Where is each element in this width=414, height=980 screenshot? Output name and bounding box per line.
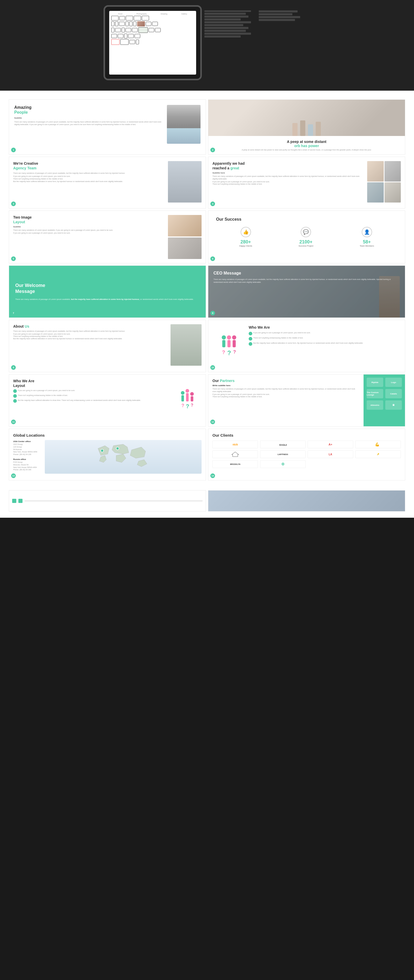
tablet-icon-1	[119, 16, 125, 20]
slide-3-body: There are many variations of passages of…	[13, 172, 166, 175]
tablet-icon-8	[149, 28, 154, 32]
layout-question-marks: ? ? ?	[181, 403, 193, 410]
building-image	[167, 105, 200, 128]
russia-office-name: Russia office	[13, 458, 42, 461]
device-row-2	[111, 21, 194, 26]
slide-amazing-text: Amazing People Subtitle There are many v…	[14, 105, 164, 144]
tablet-mockup: Food Photography Drawing Gallery	[103, 5, 202, 80]
slide-16-bg	[208, 490, 405, 511]
bottom-partial-row	[0, 489, 414, 518]
text-line-3	[205, 16, 248, 18]
red-device	[111, 39, 119, 45]
stat-number-1: 280+	[240, 239, 252, 245]
who-bullet-1: If you are going to use a passage of Lor…	[249, 331, 400, 336]
extra-line-3	[259, 16, 300, 18]
who-layout-bullet-2: There isn't anything embarrassing hidden…	[13, 394, 171, 398]
slide-5-bullet-1: If you are going to use a passage of Lor…	[13, 232, 166, 234]
usa-office-name: USA Center office	[13, 440, 42, 443]
who-bullet-text-2: There isn't anything embarrassing hidden…	[253, 337, 303, 339]
slide-two-image-content: Two Image Layout Subtitle There are many…	[9, 211, 206, 263]
partner-riptide: Riptide	[366, 378, 383, 387]
layout-figure-3	[190, 392, 194, 401]
monitor-icon-3	[134, 16, 141, 21]
layout-fig-head-1	[181, 391, 184, 395]
text-line-10	[205, 35, 241, 38]
phone-icon-9	[136, 40, 139, 44]
thumbs-up-icon: 👍	[241, 227, 251, 237]
img-tile-2	[384, 161, 401, 181]
people-image	[208, 100, 405, 136]
slide-1-image	[167, 105, 200, 144]
tablet-icon-6	[125, 28, 131, 32]
text-line-9	[205, 33, 251, 35]
slide-5-number: 5	[11, 256, 16, 261]
slide-1-title: Amazing People	[14, 105, 164, 115]
slide-9-text: About Us There are many variations of pa…	[13, 324, 168, 366]
svg-marker-2	[232, 452, 239, 457]
slide-5-title: Two Image Layout	[13, 215, 166, 224]
slide-creative-content: We're Creative Agency Team There are man…	[9, 157, 206, 207]
chat-icon: 💬	[301, 227, 311, 237]
person-icon: 👤	[362, 227, 372, 237]
figure-green	[222, 336, 226, 347]
question-marks: ? ? ?	[222, 349, 236, 356]
client-la: LA	[308, 450, 353, 458]
question-mark-3: ?	[233, 349, 236, 356]
slide-7-body: There are many variations of passage of …	[15, 298, 200, 301]
figure-pink	[227, 336, 231, 347]
img-tile-1	[367, 161, 384, 181]
slide-who-content: ? ? ? Who We Are If you are going to use…	[208, 320, 405, 372]
slide-3-number: 3	[11, 202, 16, 206]
who-layout-bullet-text-2: There isn't anything embarrassing hidden…	[18, 394, 68, 397]
figure-pink-dark-head	[232, 336, 236, 339]
svg-text:💪: 💪	[375, 442, 379, 447]
slide-9-bullet-3: But the majority have suffered alteratio…	[13, 338, 168, 339]
partner-altmetric: Altmetric	[366, 400, 383, 410]
slide-5-text: Two Image Layout Subtitle There are many…	[13, 215, 166, 259]
stat-happy-clients: 👍 280+ Happy Clients	[240, 227, 252, 247]
slide-7: Our WelcomeMessage There are many variat…	[9, 266, 206, 318]
house-icon-svg	[231, 452, 239, 457]
slide-2: A peep at some distant orb has power A p…	[208, 99, 405, 154]
layout-q-1: ?	[181, 403, 184, 410]
slide-4-text: Apparently we had reached a great Subtit…	[213, 161, 365, 202]
who-figures	[222, 336, 236, 347]
slide-14-number: 14	[210, 473, 215, 478]
people-group	[292, 121, 321, 136]
global-addresses: USA Center office CEO Group123 Group56 A…	[13, 440, 42, 474]
tablet-icon-10	[111, 34, 117, 38]
slide-10-text: Who We Are If you are going to use a pas…	[249, 325, 400, 367]
tablet-icon-11	[118, 34, 124, 38]
figure-pink-head	[227, 336, 231, 339]
tablet-icon-9	[155, 28, 161, 32]
slide-partners-content: Our Partners Write subtitle here There a…	[208, 374, 405, 426]
layout-fig-head-2	[186, 389, 189, 393]
slide-4-bullet-1: If you are going to use a passage of Lor…	[213, 181, 365, 183]
slide-11: Who We Are Layout If you are going to us…	[9, 374, 206, 426]
slide-2-title: A peep at some distant orb has power	[214, 140, 400, 148]
slide-15-partial	[9, 490, 206, 512]
slide-who-layout-content: Who We Are Layout If you are going to us…	[9, 374, 206, 424]
figure-pink-dark-body	[233, 340, 236, 347]
text-line-1	[205, 10, 251, 12]
slide-amazing-content: Amazing People Subtitle There are many v…	[9, 100, 206, 149]
phone-icon-4	[129, 22, 132, 26]
two-img-bottom	[168, 237, 201, 259]
text-line-6	[205, 24, 243, 26]
who-bullet-dot-3	[249, 342, 252, 346]
address-russia: Russia office FCR GroupMoscow, House 54N…	[13, 458, 42, 471]
slide-6-title: Our Success	[216, 217, 397, 222]
slide-9-number: 9	[11, 365, 16, 370]
slide-16-partial	[208, 490, 405, 512]
europe-dot	[116, 447, 119, 450]
device-grid-header: Food Photography Drawing Gallery	[111, 13, 194, 15]
phone-icon-3	[125, 22, 128, 26]
slide-3-bullet-1: If you are going to use a passage of Lor…	[13, 175, 166, 177]
slide-4: Apparently we had reached a great Subtit…	[208, 157, 405, 208]
person-4	[316, 122, 321, 136]
phone-icon-7	[122, 28, 125, 32]
who-layout-bullet-3: But the majority have suffered alteratio…	[13, 399, 171, 403]
slide-4-body: There are many variations of passages of…	[213, 175, 365, 180]
text-line-7	[205, 27, 248, 29]
slide-6: Our Success 👍 280+ Happy Clients 💬 2100+…	[208, 210, 405, 263]
